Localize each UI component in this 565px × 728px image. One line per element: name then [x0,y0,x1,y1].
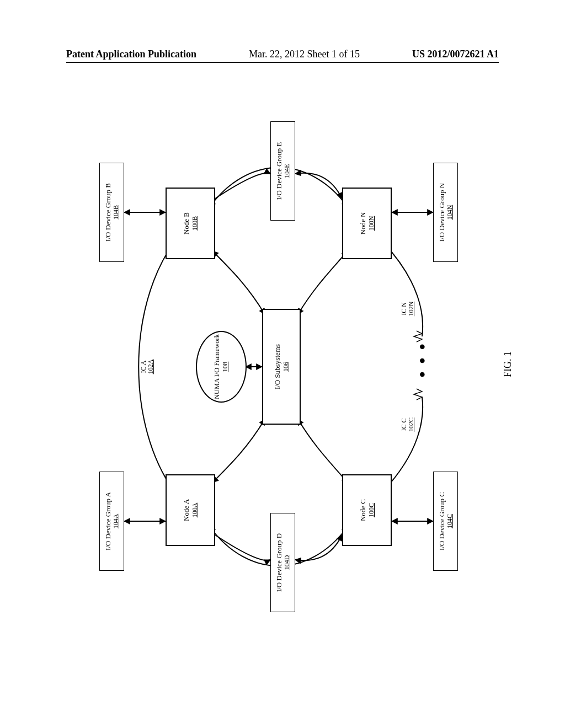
iog-e: I/O Device Group E 104E [270,121,295,221]
iog-c: I/O Device Group C 104C [433,472,458,571]
ic-c2-label: IC C 102C [401,411,415,438]
header-left: Patent Application Publication [66,49,196,60]
node-b: Node B 100B [166,188,215,259]
node-b-ref: 100B [191,216,199,231]
header-center: Mar. 22, 2012 Sheet 1 of 15 [249,49,360,60]
ic-n-label: IC N 102N [401,295,415,323]
figure-1-diagram: Node A 100A Node B 100B Node C 100C Node… [83,110,436,623]
header-rule [66,62,499,63]
node-a-label: Node A [182,499,191,521]
figure-label: FIG. 1 [502,351,514,377]
framework-ref: 108 [221,362,230,372]
header-right: US 2012/0072621 A1 [412,49,499,60]
node-c: Node C 100C [342,474,392,546]
node-b-label: Node B [182,212,191,234]
node-c-ref: 100C [367,503,375,517]
subsystems-ref: 106 [282,362,290,372]
ellipsis-icon: ● ● ● [415,341,428,378]
iog-a: I/O Device Group A 104A [99,472,124,571]
node-n-ref: 100N [367,216,375,231]
iog-n: I/O Device Group N 104N [433,163,458,262]
ic-a-label: IC A 102A [140,353,154,381]
node-n-label: Node N [359,212,367,235]
numa-io-framework: NUMA I/O Framework 108 [196,331,247,403]
io-subsystems: I/O Subsystems 106 [262,309,301,425]
node-a: Node A 100A [166,474,215,546]
iog-b: I/O Device Group B 104B [99,163,124,262]
node-n: Node N 100N [342,188,392,259]
node-a-ref: 100A [191,503,199,518]
node-c-label: Node C [359,499,367,521]
subsystems-label: I/O Subsystems [273,344,282,389]
framework-label: NUMA I/O Framework [213,334,221,399]
iog-d: I/O Device Group D 104D [270,513,295,612]
